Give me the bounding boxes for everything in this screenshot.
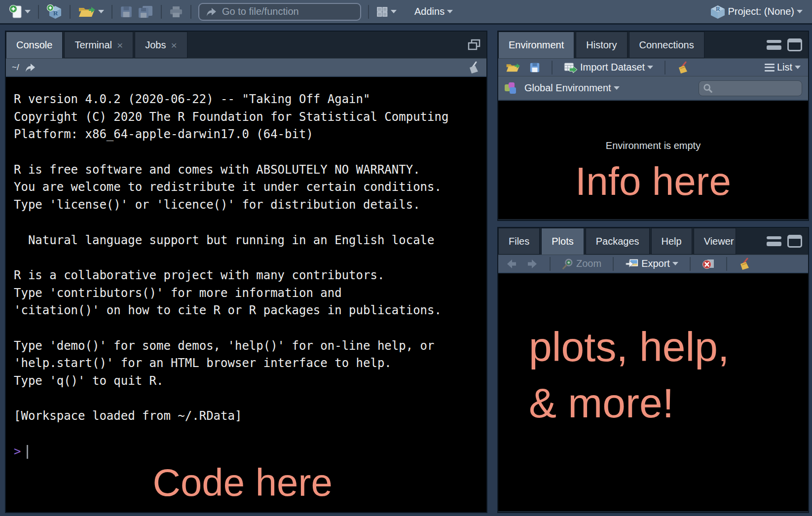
environment-panel: Environment History Connections	[497, 31, 809, 221]
tab-label: History	[586, 39, 617, 51]
new-file-button[interactable]	[7, 3, 33, 20]
tab-files[interactable]: Files	[498, 228, 540, 255]
divider	[70, 5, 71, 19]
tab-packages[interactable]: Packages	[586, 228, 650, 255]
clear-all-plots-button[interactable]	[736, 256, 754, 272]
divider	[664, 61, 665, 74]
pane-layout-button[interactable]	[374, 5, 399, 19]
console-line: You are welcome to redistribute it under…	[14, 179, 486, 196]
save-all-icon	[138, 5, 153, 19]
tab-terminal[interactable]: Terminal ×	[64, 32, 133, 58]
console-pathbar: ~/	[6, 58, 486, 76]
environment-tabbar: Environment History Connections	[498, 32, 808, 58]
tab-label: Jobs	[145, 39, 166, 51]
open-folder-icon	[78, 5, 96, 18]
divider	[161, 5, 162, 19]
export-icon	[625, 258, 639, 270]
export-plot-button[interactable]: Export	[623, 257, 681, 271]
zoom-icon	[562, 258, 574, 270]
new-file-icon	[9, 4, 22, 19]
text-cursor	[27, 445, 28, 459]
minimize-icon[interactable]	[767, 40, 781, 50]
load-workspace-button[interactable]	[503, 61, 523, 74]
maximize-icon[interactable]	[787, 235, 802, 248]
tab-label: Plots	[552, 236, 573, 247]
save-workspace-button[interactable]	[527, 61, 543, 74]
project-label: Project: (None)	[728, 6, 795, 17]
tab-plots[interactable]: Plots	[541, 228, 584, 255]
tab-label: Console	[16, 39, 52, 51]
goto-file-search[interactable]	[198, 3, 361, 21]
plots-tabbar: Files Plots Packages Help Viewer	[498, 228, 808, 255]
tab-label: Packages	[596, 236, 639, 247]
import-dataset-button[interactable]: Import Dataset	[561, 60, 656, 74]
plots-annotation: plots, help, & more!	[529, 319, 729, 431]
chevron-down-icon	[795, 66, 801, 69]
new-project-button[interactable]: R	[44, 3, 65, 21]
tab-viewer[interactable]: Viewer	[694, 228, 736, 255]
import-dataset-icon	[564, 62, 578, 73]
tab-label: Files	[509, 236, 529, 247]
divider	[552, 61, 553, 74]
console-line: 'help.start()' for an HTML browser inter…	[14, 355, 486, 372]
maximize-icon[interactable]	[787, 38, 802, 51]
console-line: Type 'demo()' for some demos, 'help()' f…	[14, 337, 486, 355]
console-prompt-line[interactable]: >	[14, 443, 486, 461]
tab-connections[interactable]: Connections	[629, 32, 704, 58]
list-view-button[interactable]: List	[762, 60, 803, 74]
divider	[368, 5, 369, 19]
chevron-down-icon	[25, 10, 31, 13]
tab-label: Environment	[509, 39, 564, 51]
chevron-down-icon	[391, 10, 397, 13]
plots-panel: Files Plots Packages Help Viewer	[497, 227, 809, 513]
zoom-plot-button[interactable]: Zoom	[559, 257, 604, 271]
pane-grid-icon	[376, 6, 388, 17]
previous-plot-button[interactable]	[503, 257, 520, 271]
console-line: Natural language support but running in …	[14, 232, 486, 250]
console-output[interactable]: R version 4.0.2 (2020-06-22) -- "Taking …	[6, 76, 486, 512]
goto-file-input[interactable]	[222, 6, 354, 17]
project-menu-button[interactable]: R Project: (None)	[707, 3, 806, 21]
minimize-icon[interactable]	[767, 236, 781, 246]
open-file-button[interactable]	[75, 4, 107, 20]
save-icon	[120, 5, 133, 18]
tab-history[interactable]: History	[576, 32, 627, 58]
restore-panes-icon[interactable]	[468, 39, 480, 51]
environment-scope-row: Global Environment	[498, 76, 808, 100]
zoom-label: Zoom	[576, 258, 601, 269]
save-button[interactable]	[117, 4, 135, 20]
next-plot-button[interactable]	[524, 257, 541, 271]
tab-help[interactable]: Help	[651, 228, 692, 255]
console-line: Type 'contributors()' for more informati…	[14, 285, 486, 302]
chevron-down-icon	[797, 10, 803, 13]
export-label: Export	[641, 258, 670, 269]
r-project-cube-icon: R	[710, 4, 726, 19]
addins-button[interactable]: Addins	[412, 4, 455, 19]
working-directory: ~/	[12, 63, 19, 73]
tab-jobs[interactable]: Jobs ×	[135, 32, 187, 58]
close-icon[interactable]: ×	[171, 40, 177, 50]
clear-console-button[interactable]	[468, 61, 480, 74]
environment-search-input[interactable]	[716, 83, 798, 93]
clear-environment-button[interactable]	[674, 60, 692, 75]
print-button[interactable]	[167, 4, 185, 19]
goto-directory-arrow-icon[interactable]	[24, 62, 36, 73]
tab-label: Viewer	[704, 236, 734, 247]
remove-plot-button[interactable]	[700, 257, 717, 271]
environment-scope-selector[interactable]: Global Environment	[522, 81, 622, 95]
tab-label: Help	[662, 236, 682, 247]
tab-environment[interactable]: Environment	[498, 32, 574, 58]
environment-search[interactable]	[699, 80, 802, 96]
console-prompt: >	[14, 443, 21, 461]
console-tabbar: Console Terminal × Jobs ×	[6, 32, 486, 58]
tab-console[interactable]: Console	[6, 32, 63, 58]
plots-content: plots, help, & more!	[498, 272, 808, 511]
console-line	[14, 390, 486, 408]
save-all-button[interactable]	[135, 3, 156, 20]
list-icon	[765, 64, 775, 72]
console-line: [Workspace loaded from ~/.RData]	[14, 407, 486, 425]
console-line: Platform: x86_64-apple-darwin17.0 (64-bi…	[14, 126, 486, 144]
chevron-down-icon	[614, 86, 620, 90]
close-icon[interactable]: ×	[117, 40, 123, 50]
console-line: R is free software and comes with ABSOLU…	[14, 161, 486, 179]
